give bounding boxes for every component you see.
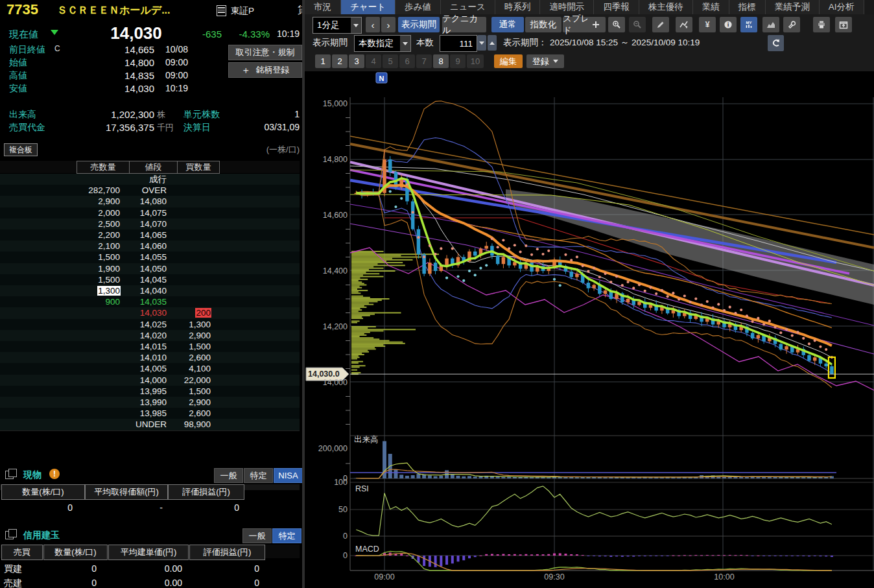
next-button[interactable]: › [381,17,396,32]
tab-株主優待[interactable]: 株主優待 [639,0,693,14]
order-book-row[interactable]: 14,0054,100 [0,363,300,374]
price-chart-svg[interactable]: 14,030.015,00014,80014,60014,40014,20014… [305,71,874,588]
order-book-row[interactable]: 14,0251,300 [0,319,300,330]
plus-icon-button[interactable] [587,17,604,32]
printer-icon-button[interactable] [813,17,830,32]
zoom-out-icon-button[interactable] [629,17,646,32]
count-increment-button[interactable] [488,35,497,51]
margin-account-button-一般[interactable]: 一般 [242,528,272,543]
warning-icon[interactable]: ! [49,469,60,479]
chart-area[interactable]: 14,030.015,00014,80014,60014,40014,20014… [305,71,874,588]
price-cell: 14,025 [123,319,167,330]
toolbar-button-テクニカル[interactable]: テクニカル [442,17,486,32]
composite-board-button[interactable]: 複合板 [4,143,38,156]
preset-button-7[interactable]: 7 [416,54,432,68]
register-button[interactable]: 登録 [526,54,564,68]
order-book-row[interactable]: 14,0202,900 [0,330,300,341]
cash-account-button-一般[interactable]: 一般 [214,468,243,483]
order-book-row[interactable]: 1,50014,045 [0,274,300,285]
toolbar-button-通常[interactable]: 通常 [491,17,524,32]
trade-caution-button[interactable]: 取引注意・規制 [228,45,302,60]
export-window-icon-button[interactable] [835,17,852,32]
order-book-row[interactable]: 282,700OVER [0,185,300,196]
reset-period-button[interactable] [768,35,784,51]
price-cell: 14,075 [123,207,167,218]
yen-icon-button[interactable]: ¥ [699,17,716,32]
margin-positions-table: 売買数量(株/口)平均建単価(円)評価損益(円)買建00.000売建00.000 [0,545,302,587]
order-book-row[interactable]: 90014,035 [0,296,300,307]
svg-text:MY: MY [746,21,752,25]
order-book-row[interactable]: 2,90014,080 [0,196,300,207]
sell-qty-cell: 900 [0,296,121,307]
order-book-row[interactable]: 2,50014,070 [0,218,300,229]
popout-icon[interactable] [5,469,17,479]
order-book-row[interactable]: 14,0151,500 [0,341,300,352]
cash-account-button-特定[interactable]: 特定 [244,468,273,483]
preset-button-2[interactable]: 2 [332,54,348,68]
margin-account-button-特定[interactable]: 特定 [272,528,301,543]
area-chart-icon-button[interactable] [762,17,779,32]
order-book-row[interactable]: 14,030200 [0,307,300,318]
tab-時系列[interactable]: 時系列 [495,0,541,14]
period-mode-select[interactable]: 本数指定 [354,35,411,52]
tab-市況[interactable]: 市況 [305,0,341,14]
tab-適時開示[interactable]: 適時開示 [540,0,594,14]
tab-業績[interactable]: 業績 [693,0,729,14]
wrench-icon-button[interactable] [783,17,800,32]
tab-チャート[interactable]: チャート [341,0,396,14]
order-book-row[interactable]: 2,10014,060 [0,241,300,252]
prev-button[interactable]: ‹ [366,17,380,32]
toolbar-button-指数化[interactable]: 指数化 [525,17,561,32]
sell-qty-cell: 1,300 [0,285,121,296]
preset-button-8[interactable]: 8 [433,54,449,68]
order-book-row[interactable]: 13,9951,500 [0,386,300,397]
preset-button-10[interactable]: 10 [467,54,484,68]
order-book-row[interactable]: 14,0102,600 [0,352,300,363]
order-book-row[interactable]: 1,90014,050 [0,263,300,274]
sell-qty-cell [0,352,121,363]
document-icon[interactable] [217,5,226,16]
register-symbol-button[interactable]: ＋ 銘柄登録 [228,62,302,78]
svg-text:14,030.0: 14,030.0 [308,370,340,379]
sell-qty-cell-value: 900 [104,297,121,307]
tab-歩み値[interactable]: 歩み値 [396,0,441,14]
margin-cell: 0 [189,576,259,588]
trading-app-window: { "quote": { "code": "7735", "name": "ＳＣ… [0,0,874,588]
zoom-in-icon-button[interactable] [608,17,625,32]
order-book-row[interactable]: 1,30014,040 [0,285,300,296]
preset-button-9[interactable]: 9 [450,54,466,68]
order-book-row[interactable]: UNDER98,900 [0,419,300,430]
pencil-icon-button[interactable] [652,17,669,32]
preset-button-5[interactable]: 5 [383,54,398,68]
edit-button[interactable]: 編集 [494,54,523,68]
order-book-row[interactable]: 成行 [0,174,300,185]
count-decrement-button[interactable] [477,35,486,51]
info-icon-button[interactable]: i [720,17,737,32]
buy-qty-cell: 4,100 [169,363,211,374]
count-input[interactable]: 111 [440,35,477,52]
trendline-icon-button[interactable] [676,17,692,32]
popout-icon[interactable] [5,529,17,539]
preset-button-1[interactable]: 1 [315,54,331,68]
row-label: 売買代金 [9,122,45,134]
order-book-row[interactable]: 13,9852,600 [0,408,300,419]
tab-指標[interactable]: 指標 [729,0,766,14]
tab-業績予測[interactable]: 業績予測 [766,0,820,14]
preset-button-4[interactable]: 4 [366,54,381,68]
svg-text:0: 0 [343,551,348,560]
toolbar-button-表示期間[interactable]: 表示期間 [398,17,440,32]
preset-button-3[interactable]: 3 [349,54,364,68]
order-book-row[interactable]: 2,00014,075 [0,207,300,218]
order-book-row[interactable]: 1,50014,055 [0,252,300,263]
interval-select[interactable]: 1分足 [313,17,362,34]
buy-qty-cell [169,241,211,252]
tab-ニュース[interactable]: ニュース [441,0,495,14]
order-book-row[interactable]: 13,9902,900 [0,397,300,408]
cash-account-button-NISA[interactable]: NISA [274,468,303,483]
order-book-row[interactable]: 2,20014,065 [0,229,300,241]
tab-四季報[interactable]: 四季報 [594,0,639,14]
preset-button-6[interactable]: 6 [399,54,415,68]
order-book-row[interactable]: 14,00022,000 [0,375,300,386]
my-chart-icon-button[interactable]: MY [740,17,757,32]
tab-AI分析[interactable]: AI分析 [820,0,864,14]
